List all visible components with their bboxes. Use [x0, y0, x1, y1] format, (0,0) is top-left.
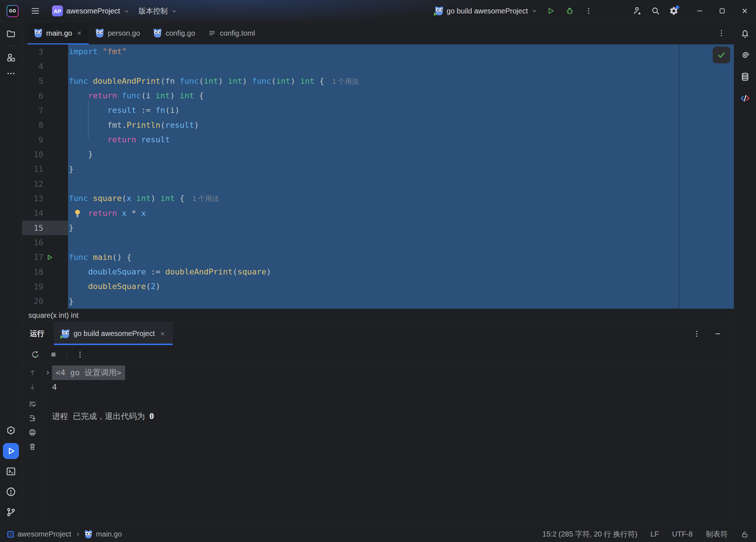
chevron-right-icon[interactable]: [45, 369, 51, 377]
code-line-16[interactable]: [69, 235, 734, 250]
clear-console-button[interactable]: [25, 439, 40, 454]
soft-wrap-button[interactable]: [25, 397, 40, 411]
bell-icon: [740, 29, 750, 39]
usage-inlay-hint[interactable]: 1 个用法: [192, 195, 219, 202]
settings-button[interactable]: [666, 4, 682, 18]
code-line-10[interactable]: }: [69, 147, 734, 162]
code-line-15[interactable]: }: [69, 221, 734, 235]
arrow-down-icon: [28, 383, 37, 391]
line-number: 12: [22, 179, 43, 189]
services-tool-button[interactable]: [3, 423, 19, 439]
structure-tool-button[interactable]: [3, 50, 19, 66]
hide-tool-window-button[interactable]: [710, 327, 726, 341]
tab-config.go[interactable]: config.go: [147, 22, 202, 44]
code-line-5[interactable]: func doubleAndPrint(fn func(int) int) fu…: [69, 74, 734, 88]
code-line-9[interactable]: return result: [69, 132, 734, 147]
gutter-line-19: 19: [22, 279, 68, 294]
gopher-icon: [84, 530, 92, 538]
run-tool-button[interactable]: [3, 443, 19, 459]
chevron-down-icon: [531, 8, 538, 14]
line-ending[interactable]: LF: [650, 530, 659, 538]
indent-style[interactable]: 制表符: [706, 529, 728, 539]
gutter-line-12: 12: [22, 177, 68, 191]
play-icon: [546, 7, 555, 15]
main-menu-button[interactable]: [27, 4, 43, 18]
code-line-6[interactable]: return func(i int) int {: [69, 88, 734, 103]
rerun-button[interactable]: [28, 347, 43, 361]
maximize-button[interactable]: [711, 0, 733, 22]
code-line-7[interactable]: result := fn(i): [69, 103, 734, 118]
close-icon[interactable]: [160, 331, 166, 337]
console-folded-region[interactable]: <4 go 设置调用>: [52, 365, 125, 380]
signature-hint-text: square(x int) int: [28, 311, 79, 320]
code-line-4[interactable]: [69, 59, 734, 74]
line-number: 14: [22, 209, 43, 218]
terminal-tool-button[interactable]: [3, 463, 19, 479]
run-tab[interactable]: go build awesomeProject: [54, 322, 173, 345]
chevron-down-icon: [171, 8, 178, 15]
intention-bulb-icon[interactable]: [73, 209, 82, 218]
editor-code-area[interactable]: import "fmt"func doubleAndPrint(fn func(…: [68, 44, 734, 309]
project-tool-button[interactable]: [3, 26, 19, 42]
database-tool-button[interactable]: [737, 69, 753, 85]
vcs-widget[interactable]: 版本控制: [139, 6, 178, 16]
code-line-20[interactable]: }: [69, 294, 734, 309]
line-number: 8: [22, 120, 43, 130]
settings-notification-dot: [676, 5, 679, 9]
code-editor[interactable]: 34567891011121314151617181920 import "fm…: [22, 44, 734, 309]
line-number: 11: [22, 165, 43, 174]
more-tool-windows-button[interactable]: [3, 66, 19, 82]
code-line-13[interactable]: func square(x int) int {1 个用法: [69, 191, 734, 206]
code-line-3[interactable]: import "fmt": [69, 44, 734, 59]
run-panel-more-button[interactable]: [689, 327, 705, 341]
tab-person.go[interactable]: person.go: [89, 22, 147, 44]
tab-main.go[interactable]: main.go: [27, 22, 89, 44]
stop-button[interactable]: [46, 347, 61, 361]
code-line-19[interactable]: doubleSquare(2): [69, 279, 734, 294]
file-encoding[interactable]: UTF-8: [672, 530, 693, 538]
tab-options-button[interactable]: [713, 26, 729, 40]
hamburger-icon: [31, 6, 40, 16]
print-button[interactable]: [25, 425, 40, 439]
notifications-tool-button[interactable]: [737, 26, 753, 42]
soft-wrap-icon: [28, 400, 37, 408]
run-config-selector[interactable]: go build awesomeProject: [435, 7, 538, 15]
run-button[interactable]: [543, 4, 559, 18]
debug-button[interactable]: [562, 4, 578, 18]
console-more-button[interactable]: [73, 347, 87, 361]
breadcrumb-file[interactable]: main.go: [96, 530, 122, 538]
problems-tool-button[interactable]: [3, 484, 19, 500]
endpoints-tool-button[interactable]: [737, 90, 753, 106]
tab-config.toml[interactable]: config.toml: [202, 22, 262, 44]
code-line-11[interactable]: }: [69, 162, 734, 177]
scroll-down-button[interactable]: [25, 380, 40, 394]
scroll-up-button[interactable]: [25, 365, 40, 380]
run-line-icon[interactable]: [45, 253, 53, 261]
gutter-line-3: 3: [22, 44, 68, 59]
lock-button[interactable]: [741, 530, 749, 538]
close-icon[interactable]: [76, 30, 82, 36]
project-widget[interactable]: AP awesomeProject: [52, 5, 130, 16]
git-tool-button[interactable]: [3, 504, 19, 520]
search-everywhere-button[interactable]: [648, 4, 664, 18]
usage-inlay-hint[interactable]: 1 个用法: [332, 78, 359, 85]
gopher-icon: [34, 29, 43, 37]
code-line-12[interactable]: [69, 177, 734, 191]
close-button[interactable]: [733, 0, 756, 22]
breadcrumb-project[interactable]: awesomeProject: [17, 530, 71, 538]
console-output[interactable]: <4 go 设置调用> 4 进程 已完成，退出代码为0: [43, 364, 734, 526]
caret-position[interactable]: 15:2 (285 字符, 20 行 换行符): [542, 529, 637, 539]
code-line-14[interactable]: return x * x: [69, 206, 734, 221]
ai-assistant-tool-button[interactable]: [737, 47, 753, 63]
tab-label: person.go: [108, 29, 140, 37]
database-icon: [740, 72, 750, 82]
code-with-me-button[interactable]: [629, 4, 645, 18]
code-line-18[interactable]: doubleSquare := doubleAndPrint(square): [69, 265, 734, 279]
code-line-8[interactable]: fmt.Println(result): [69, 118, 734, 132]
scroll-end-icon: [28, 414, 37, 423]
scroll-to-end-button[interactable]: [25, 411, 40, 425]
more-actions-button[interactable]: [581, 4, 597, 18]
minimize-button[interactable]: [688, 0, 711, 22]
code-line-17[interactable]: func main() {: [69, 250, 734, 265]
tab-label: config.toml: [220, 29, 255, 37]
